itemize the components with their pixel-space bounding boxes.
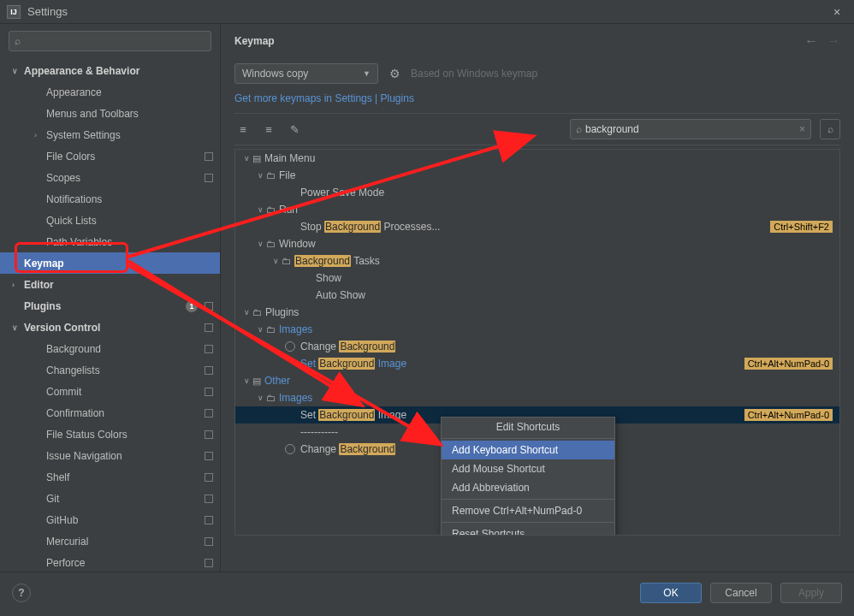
- tree-row[interactable]: Auto Show: [235, 287, 839, 304]
- search-icon: ⌕: [15, 35, 21, 47]
- edit-icon[interactable]: ✎: [286, 123, 303, 136]
- tree-row[interactable]: ∨▤Main Menu: [235, 150, 839, 167]
- sidebar-item-plugins[interactable]: Plugins1: [0, 295, 220, 317]
- tree-row[interactable]: ∨🗀Plugins: [235, 304, 839, 321]
- sidebar-item-github[interactable]: GitHub: [0, 509, 220, 530]
- sidebar-item-scopes[interactable]: Scopes: [0, 167, 220, 188]
- sidebar-item-commit[interactable]: Commit: [0, 381, 220, 402]
- sidebar-item-perforce[interactable]: Perforce: [0, 552, 220, 572]
- nav-forward-icon[interactable]: →: [827, 33, 840, 49]
- sidebar-item-label: Keymap: [24, 258, 64, 270]
- sidebar-item-label: System Settings: [46, 129, 121, 141]
- ctx-reset-shortcuts[interactable]: Reset Shortcuts: [442, 524, 614, 536]
- shortcut-badge: Ctrl+Shift+F2: [770, 221, 833, 233]
- tree-row[interactable]: Change Background: [235, 338, 839, 355]
- action-search[interactable]: ⌕ ×: [570, 119, 811, 139]
- cancel-button[interactable]: Cancel: [710, 583, 772, 603]
- sidebar-item-changelists[interactable]: Changelists: [0, 359, 220, 381]
- based-on-text: Based on Windows keymap: [411, 68, 537, 80]
- gear-icon[interactable]: ⚙: [387, 67, 402, 80]
- sidebar-item-label: GitHub: [46, 514, 78, 526]
- sidebar-item-label: Mercurial: [46, 536, 88, 548]
- tree-row[interactable]: ∨🗀Background Tasks: [235, 252, 839, 270]
- ctx-add-mouse-shortcut[interactable]: Add Mouse Shortcut: [442, 459, 614, 478]
- tree-row[interactable]: ∨🗀Window: [235, 235, 839, 252]
- sidebar-item-issue-navigation[interactable]: Issue Navigation: [0, 445, 220, 466]
- sidebar-item-background[interactable]: Background: [0, 338, 220, 359]
- tree-row[interactable]: ∨🗀Run: [235, 201, 839, 218]
- settings-sidebar: ⌕ ∨Appearance & Behavior Appearance Menu…: [0, 24, 221, 572]
- folder-icon: 🗀: [266, 204, 276, 215]
- project-scope-icon: [205, 473, 213, 482]
- page-title: Keymap: [234, 35, 275, 47]
- apply-button[interactable]: Apply: [780, 583, 842, 603]
- folder-icon: 🗀: [266, 324, 276, 335]
- search-icon: ⌕: [576, 123, 582, 135]
- sidebar-item-label: Appearance & Behavior: [24, 65, 139, 77]
- sidebar-item-system-settings[interactable]: ›System Settings: [0, 124, 220, 145]
- tree-row[interactable]: Set Background ImageCtrl+Alt+NumPad-0: [235, 355, 839, 372]
- ok-button[interactable]: OK: [640, 583, 702, 603]
- sidebar-item-appearance[interactable]: Appearance: [0, 81, 220, 103]
- sidebar-item-path-variables[interactable]: Path Variables: [0, 231, 220, 252]
- sidebar-item-file-colors[interactable]: File Colors: [0, 145, 220, 167]
- folder-icon: 🗀: [282, 256, 291, 266]
- sidebar-item-menus-toolbars[interactable]: Menus and Toolbars: [0, 103, 220, 124]
- sidebar-item-label: Scopes: [46, 172, 80, 184]
- ctx-add-abbreviation[interactable]: Add Abbreviation: [442, 478, 614, 497]
- keymap-tree: ∨▤Main Menu ∨🗀File Power Save Mode ∨🗀Run…: [234, 149, 840, 536]
- close-icon[interactable]: ×: [827, 5, 847, 19]
- tree-row[interactable]: Show: [235, 270, 839, 287]
- project-scope-icon: [205, 152, 213, 161]
- tree-row[interactable]: ∨▤Other: [235, 372, 839, 389]
- ctx-remove-shortcut[interactable]: Remove Ctrl+Alt+NumPad-0: [442, 501, 614, 520]
- sidebar-item-editor[interactable]: ›Editor: [0, 274, 220, 295]
- folder-icon: 🗀: [252, 307, 262, 317]
- sidebar-item-git[interactable]: Git: [0, 488, 220, 509]
- sidebar-search[interactable]: ⌕: [9, 31, 211, 51]
- sidebar-item-keymap[interactable]: Keymap: [0, 252, 220, 274]
- ctx-header: Edit Shortcuts: [442, 418, 614, 436]
- sidebar-item-quick-lists[interactable]: Quick Lists: [0, 210, 220, 231]
- radio-icon: [285, 444, 295, 454]
- project-scope-icon: [205, 174, 213, 182]
- tree-row[interactable]: Stop Background Processes...Ctrl+Shift+F…: [235, 218, 839, 235]
- ctx-add-keyboard-shortcut[interactable]: Add Keyboard Shortcut: [442, 441, 614, 459]
- context-menu: Edit Shortcuts Add Keyboard Shortcut Add…: [441, 417, 615, 536]
- plugin-update-badge: 1: [186, 300, 198, 312]
- folder-icon: ▤: [252, 376, 261, 387]
- sidebar-item-label: Appearance: [46, 86, 102, 98]
- project-scope-icon: [205, 495, 213, 503]
- sidebar-item-label: Confirmation: [46, 407, 104, 419]
- tree-row[interactable]: ∨🗀File: [235, 167, 839, 184]
- tree-row[interactable]: Power Save Mode: [235, 184, 839, 201]
- more-keymaps-link[interactable]: Get more keymaps in Settings | Plugins: [234, 92, 414, 104]
- clear-search-icon[interactable]: ×: [799, 123, 805, 135]
- sidebar-item-version-control[interactable]: ∨Version Control: [0, 317, 220, 338]
- tree-row[interactable]: ∨🗀Images: [235, 389, 839, 406]
- breadcrumb: Keymap ← →: [221, 24, 854, 58]
- expand-all-icon[interactable]: ≡: [234, 123, 252, 136]
- collapse-all-icon[interactable]: ≡: [260, 123, 277, 136]
- chevron-down-icon: ▼: [363, 69, 371, 78]
- find-by-shortcut-icon[interactable]: ⌕: [820, 119, 840, 139]
- sidebar-item-appearance-behavior[interactable]: ∨Appearance & Behavior: [0, 60, 220, 81]
- sidebar-item-notifications[interactable]: Notifications: [0, 188, 220, 210]
- sidebar-item-file-status-colors[interactable]: File Status Colors: [0, 424, 220, 445]
- sidebar-search-input[interactable]: [24, 35, 205, 47]
- project-scope-icon: [205, 559, 213, 567]
- help-button[interactable]: ?: [12, 583, 31, 602]
- sidebar-item-label: Commit: [46, 386, 81, 398]
- tree-row[interactable]: ∨🗀Images: [235, 321, 839, 338]
- action-search-input[interactable]: [585, 123, 796, 135]
- sidebar-item-mercurial[interactable]: Mercurial: [0, 530, 220, 552]
- sidebar-item-confirmation[interactable]: Confirmation: [0, 402, 220, 424]
- sidebar-item-label: Version Control: [24, 322, 100, 334]
- sidebar-item-shelf[interactable]: Shelf: [0, 466, 220, 488]
- project-scope-icon: [205, 302, 213, 311]
- nav-back-icon[interactable]: ←: [804, 33, 818, 49]
- keymap-selector[interactable]: Windows copy ▼: [234, 63, 378, 84]
- project-scope-icon: [205, 409, 213, 418]
- sidebar-item-label: Quick Lists: [46, 215, 97, 227]
- keymap-selector-label: Windows copy: [242, 68, 308, 80]
